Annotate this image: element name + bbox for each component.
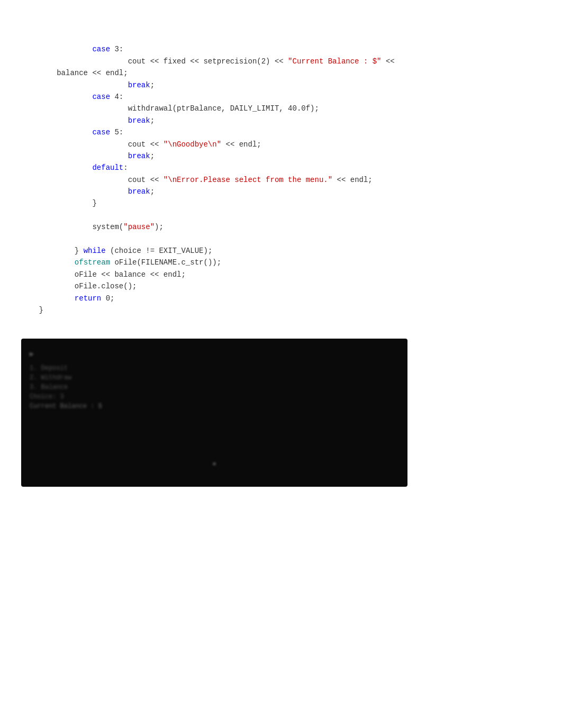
- indent-case5: [39, 128, 93, 136]
- text-cout3: cout << fixed << setprecision(2) <<: [128, 57, 288, 66]
- terminal-line-3: 2. Withdraw: [30, 373, 399, 383]
- rest-default: :: [123, 163, 128, 172]
- indent-closebrace: [39, 199, 93, 207]
- indent-while: [39, 247, 75, 255]
- indent-break4: [39, 116, 128, 125]
- text-cout5: cout <<: [128, 140, 164, 149]
- rest-break5: ;: [150, 152, 155, 160]
- rest-case5: 5:: [110, 128, 123, 136]
- keyword-while: while: [84, 247, 106, 255]
- str-coutdef: "\nError.Please select from the menu.": [164, 176, 332, 184]
- terminal-window: ▶ 1. Deposit 2. Withdraw 3. Balance Choi…: [21, 339, 407, 487]
- indent-withdrawal: [39, 104, 128, 113]
- rest-cout5: << endl;: [221, 140, 261, 149]
- keyword-return: return: [75, 294, 101, 303]
- keyword-case3: case: [92, 45, 110, 53]
- code-section: case 3: cout << fixed << setprecision(2)…: [21, 32, 541, 328]
- indent-break5: [39, 152, 128, 160]
- keyword-ofstream: ofstream: [75, 258, 110, 267]
- rest-breakdef: ;: [150, 187, 155, 196]
- rest-coutdef: << endl;: [332, 176, 373, 184]
- keyword-break4: break: [128, 116, 150, 125]
- rest-case3: 3:: [110, 45, 123, 53]
- indent-case4: [39, 93, 93, 101]
- rest-break3: ;: [150, 81, 155, 89]
- indent-coutdef: [39, 176, 128, 184]
- rest-while: (choice != EXIT_VALUE);: [106, 247, 213, 255]
- indent-system: [39, 223, 93, 231]
- rest-break4: ;: [150, 116, 155, 125]
- rest-cout3: <<: [382, 57, 395, 66]
- keyword-case5: case: [92, 128, 110, 136]
- terminal-line-6: Current Balance : $: [30, 402, 399, 411]
- keyword-case4: case: [92, 93, 110, 101]
- terminal-spacer: [30, 411, 399, 453]
- indent-break3: [39, 81, 128, 89]
- str-system: "pause": [123, 223, 155, 231]
- indent-ofile: [39, 270, 75, 279]
- text-ofile: oFile << balance << endl;: [75, 270, 186, 279]
- rest-system: );: [155, 223, 164, 231]
- str-cout3: "Current Balance : $": [288, 57, 381, 66]
- closebrace-while: }: [75, 247, 84, 255]
- terminal-cursor-area: ●: [30, 459, 399, 469]
- keyword-break5: break: [128, 152, 150, 160]
- terminal-line-1: ▶: [30, 349, 399, 360]
- rest-ofstream: oFile(FILENAME.c_str());: [110, 258, 221, 267]
- text-coutdef: cout <<: [128, 176, 164, 184]
- keyword-break3: break: [128, 81, 150, 89]
- indent-case3: [39, 45, 93, 53]
- terminal-line-4: 3. Balance: [30, 383, 399, 392]
- rest-case4: 4:: [110, 93, 123, 101]
- page-container: case 3: cout << fixed << setprecision(2)…: [0, 0, 562, 508]
- indent-ofileclose: [39, 282, 75, 290]
- text-closebrace: }: [92, 199, 96, 207]
- terminal-line-5: Choice: 3: [30, 392, 399, 402]
- terminal-line-2: 1. Deposit: [30, 363, 399, 373]
- keyword-breakdef: break: [128, 187, 150, 196]
- indent-balance: balance << endl;: [39, 69, 128, 77]
- text-system: system(: [92, 223, 123, 231]
- indent-cout5: [39, 140, 128, 149]
- keyword-default: default: [92, 163, 123, 172]
- indent-breakdef: [39, 187, 128, 196]
- text-closemain: }: [39, 306, 43, 314]
- indent-cout3: [39, 57, 128, 66]
- rest-return: 0;: [101, 294, 114, 303]
- terminal-content: ▶ 1. Deposit 2. Withdraw 3. Balance Choi…: [30, 349, 399, 469]
- str-cout5: "\nGoodbye\n": [164, 140, 221, 149]
- text-ofileclose: oFile.close();: [75, 282, 137, 290]
- text-withdrawal: withdrawal(ptrBalance, DAILY_LIMIT, 40.0…: [128, 104, 319, 113]
- indent-default: [39, 163, 93, 172]
- indent-return: [39, 294, 75, 303]
- indent-ofstream: [39, 258, 75, 267]
